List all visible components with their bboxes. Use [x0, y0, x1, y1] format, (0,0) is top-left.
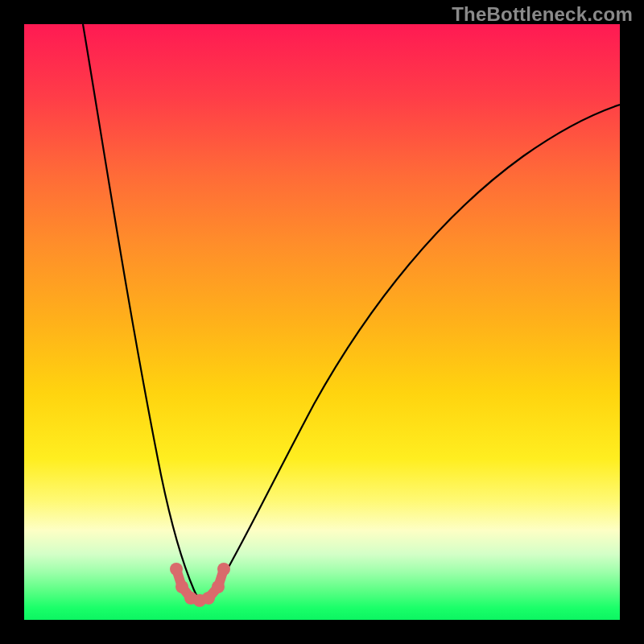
chart-overlay	[24, 24, 620, 620]
bottleneck-curve-right	[203, 105, 620, 601]
chart-plot-area	[24, 24, 620, 620]
marker-dot	[202, 592, 215, 605]
marker-dot	[175, 580, 188, 593]
marker-dot	[217, 563, 230, 576]
marker-dot	[212, 580, 225, 593]
marker-dot	[170, 563, 183, 576]
bottleneck-curve-left	[83, 24, 200, 601]
watermark-text: TheBottleneck.com	[452, 3, 633, 26]
